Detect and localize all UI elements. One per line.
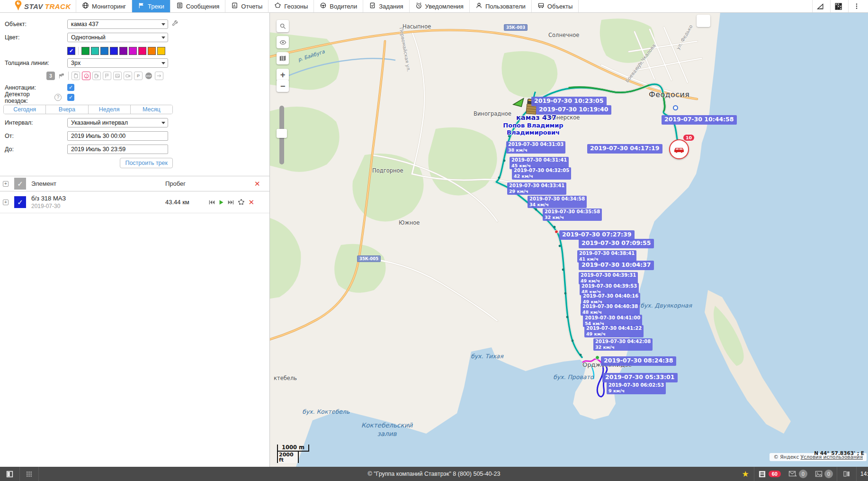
tab-tasks[interactable]: Задания bbox=[363, 0, 409, 12]
stop-sign-button[interactable]: STOP bbox=[144, 72, 153, 80]
tracks-table: + ✓ Элемент Пробег ✕ + ✓ б/з 318 МАЗ 201… bbox=[0, 176, 269, 213]
events-list-icon[interactable]: 60 bbox=[754, 467, 785, 481]
range-month-button[interactable]: Месяц bbox=[131, 105, 172, 114]
panel-toggle-icon[interactable] bbox=[837, 467, 856, 481]
tab-geozones[interactable]: Геозоны bbox=[268, 0, 313, 12]
trip-detector-label: Детектор поездок: bbox=[0, 91, 54, 104]
ruler-measure-icon[interactable] bbox=[812, 0, 828, 12]
tab-users[interactable]: Пользователи bbox=[469, 0, 531, 12]
color-swatch[interactable] bbox=[100, 47, 108, 55]
images-status-icon[interactable]: 0 bbox=[811, 467, 837, 481]
speed-annotations-button[interactable] bbox=[82, 72, 90, 80]
map-layers-button[interactable] bbox=[277, 52, 289, 64]
color-swatch[interactable] bbox=[157, 47, 165, 55]
track-date: 2019-07-30 bbox=[31, 203, 165, 209]
row-checkbox[interactable]: ✓ bbox=[14, 196, 26, 208]
map-place-label: ктебель bbox=[274, 375, 297, 381]
parking-button[interactable]: P bbox=[134, 72, 143, 80]
track-timestamp-label: 2019-07-30 08:24:38 bbox=[601, 356, 676, 366]
tab-messages[interactable]: Сообщения bbox=[170, 0, 225, 12]
tab-label: Отчеты bbox=[241, 3, 262, 10]
overflow-menu-icon[interactable] bbox=[848, 0, 864, 12]
track-color-swatches: ✓ bbox=[67, 47, 165, 55]
tab-objects[interactable]: Объекты bbox=[531, 0, 579, 12]
track-timestamp-label: 2019-07-30 05:33:01 bbox=[602, 373, 678, 382]
grid-panel-icon[interactable] bbox=[20, 467, 38, 481]
from-date-input[interactable] bbox=[67, 131, 168, 141]
color-swatch[interactable] bbox=[138, 47, 146, 55]
marker-count-button[interactable]: 3 bbox=[46, 72, 55, 80]
tab-notifications[interactable]: Уведомления bbox=[409, 0, 469, 12]
map-corner-control[interactable] bbox=[697, 15, 710, 27]
color-swatch[interactable] bbox=[148, 47, 156, 55]
select-all-checkbox[interactable]: ✓ bbox=[14, 178, 26, 190]
to-label: До: bbox=[0, 146, 67, 153]
to-date-input[interactable] bbox=[67, 145, 168, 154]
map-place-label: Подгорное bbox=[372, 167, 403, 174]
wrench-settings-icon[interactable] bbox=[171, 20, 179, 29]
skip-to-end-icon[interactable] bbox=[228, 200, 234, 205]
annotations-checkbox[interactable]: ✓ bbox=[67, 84, 74, 91]
map-canvas bbox=[270, 13, 868, 467]
logo-pin-icon bbox=[14, 0, 22, 13]
map-visibility-button[interactable] bbox=[277, 36, 289, 48]
monitor-panel-icon[interactable] bbox=[0, 467, 19, 481]
skip-to-start-icon[interactable] bbox=[209, 200, 215, 205]
track-timestamp-label: 2019-07-30 07:09:55 bbox=[579, 239, 654, 248]
tab-tracks[interactable]: Треки bbox=[132, 0, 170, 12]
tab-drivers[interactable]: Водители bbox=[313, 0, 363, 12]
expand-row-button[interactable]: + bbox=[3, 200, 9, 205]
color-swatch[interactable] bbox=[81, 47, 89, 55]
object-label: Объект: bbox=[0, 21, 67, 27]
photo-button[interactable] bbox=[113, 72, 122, 80]
map-search-button[interactable] bbox=[277, 20, 289, 32]
expand-all-button[interactable]: + bbox=[3, 181, 9, 187]
zoom-slider-handle[interactable] bbox=[277, 129, 287, 138]
flags-button[interactable] bbox=[57, 72, 65, 80]
topbar-right-icons bbox=[812, 0, 868, 12]
map-place-label: бух. Тихая bbox=[471, 353, 503, 360]
track-timestamp-label: 2019-07-30 04:32:0542 км/ч bbox=[512, 167, 571, 180]
events-cluster-marker[interactable] bbox=[669, 139, 689, 159]
color-swatch[interactable] bbox=[110, 47, 118, 55]
yandex-copyright: © Яндекс bbox=[773, 454, 799, 460]
color-swatch[interactable] bbox=[119, 47, 127, 55]
geozone-from-track-icon[interactable] bbox=[238, 198, 245, 206]
trip-detector-checkbox[interactable]: ✓ bbox=[67, 94, 74, 101]
canister-button[interactable] bbox=[72, 72, 80, 80]
range-week-button[interactable]: Неделя bbox=[89, 105, 131, 114]
color-mode-select[interactable]: Однотонный bbox=[67, 33, 168, 42]
messages-status-icon[interactable]: 0 bbox=[785, 467, 811, 481]
arrow-direction-button[interactable] bbox=[155, 72, 163, 80]
driver-name-label: Попов Владимир Владимирович bbox=[495, 122, 571, 136]
color-swatch[interactable] bbox=[129, 47, 137, 55]
tab-reports[interactable]: Отчеты bbox=[225, 0, 268, 12]
interval-select[interactable]: Указанный интервал bbox=[67, 118, 168, 127]
help-icon[interactable]: ? bbox=[54, 94, 62, 101]
remove-all-button[interactable]: ✕ bbox=[254, 180, 269, 188]
build-track-button[interactable]: Построить трек bbox=[120, 158, 173, 168]
apps-grid-icon[interactable] bbox=[830, 0, 846, 12]
fuel-station-button[interactable] bbox=[92, 72, 101, 80]
map-area[interactable]: НасыпноеСолнечноер. БайбугаПервомайская … bbox=[270, 13, 868, 467]
user-icon bbox=[475, 2, 483, 10]
color-swatch[interactable] bbox=[91, 47, 99, 55]
tab-monitoring[interactable]: Мониторинг bbox=[76, 0, 132, 12]
video-button[interactable] bbox=[124, 72, 132, 80]
line-width-select[interactable]: 3px bbox=[67, 58, 168, 68]
range-yesterday-button[interactable]: Вчера bbox=[46, 105, 88, 114]
favorites-star-icon[interactable]: ★ bbox=[737, 469, 754, 479]
track-timestamp-label: 2019-07-30 04:41:2249 км/ч bbox=[584, 325, 644, 337]
selected-color-swatch[interactable]: ✓ bbox=[67, 47, 75, 55]
range-today-button[interactable]: Сегодня bbox=[4, 105, 46, 114]
object-select[interactable]: камаз 437 bbox=[67, 19, 168, 29]
zoom-out-button[interactable]: − bbox=[277, 80, 289, 92]
vehicle-name-label: камаз 437 bbox=[516, 114, 556, 121]
track-timestamp-label: 2019-07-30 07:27:39 bbox=[559, 230, 635, 240]
map-scale: 1000 m 2000 ft bbox=[277, 445, 309, 463]
play-icon[interactable] bbox=[219, 199, 224, 206]
remove-track-button[interactable]: ✕ bbox=[248, 198, 254, 207]
track-timestamp-label: 2019-07-30 04:35:5832 км/ч bbox=[543, 209, 602, 221]
tab-label: Объекты bbox=[547, 3, 573, 10]
flag-button[interactable] bbox=[103, 72, 111, 80]
